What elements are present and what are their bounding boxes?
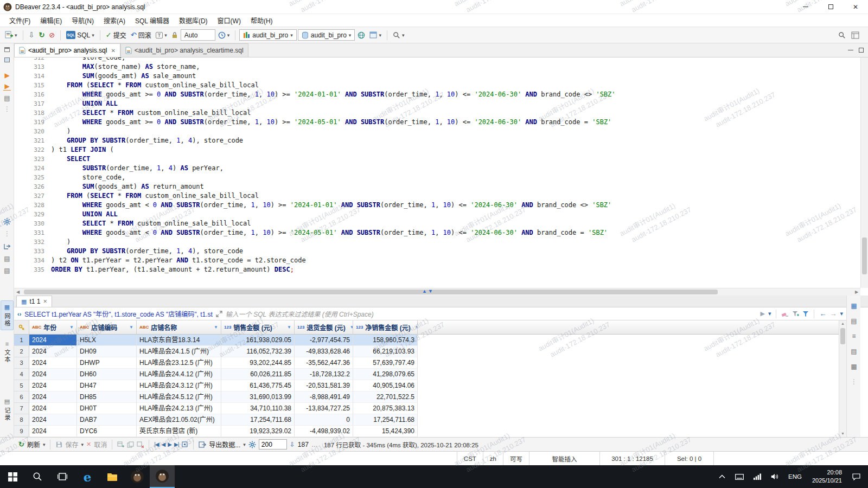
table-cell[interactable]: HLA唯品会24.4.12 (广州): [137, 369, 221, 380]
table-cell[interactable]: 34,710,110.38: [221, 403, 295, 414]
table-cell[interactable]: 31,690,013.99: [221, 391, 295, 403]
language-indicator[interactable]: ENG: [783, 465, 807, 488]
settings-gear-icon[interactable]: [0, 218, 14, 227]
results-view-tab-3[interactable]: ▤记录: [1, 395, 14, 425]
table-row[interactable]: 82024DAB7AEX唯品会21.05.02(广州)17,254,711.68…: [14, 414, 839, 426]
table-cell[interactable]: DH09: [77, 346, 137, 357]
table-cell[interactable]: 93,202,244.85: [221, 357, 295, 369]
table-row[interactable]: 62024DH85HLA唯品会24.5.12 (广州)31,690,013.99…: [14, 391, 839, 403]
row-number[interactable]: 6: [14, 391, 29, 403]
write-mode-indicator[interactable]: 可写: [503, 452, 529, 465]
table-cell[interactable]: 英氏京东自营店 (新): [137, 426, 221, 437]
taskbar-clock[interactable]: 20:08 2025/10/21: [807, 468, 847, 485]
table-cell[interactable]: 2024: [29, 426, 77, 437]
transaction-mode-button[interactable]: T ▾: [154, 31, 169, 40]
column-header-5[interactable]: 123退货金额 (元)▼: [295, 320, 353, 334]
table-cell[interactable]: 19,923,329.02: [221, 426, 295, 437]
table-cell[interactable]: AEX唯品会21.05.02(广州): [137, 414, 221, 426]
table-cell[interactable]: DH85: [77, 391, 137, 403]
forward-button[interactable]: →: [829, 310, 837, 318]
menu-navigate[interactable]: 导航(N): [67, 14, 99, 27]
script-doc2-icon[interactable]: ▤: [0, 267, 14, 274]
insert-mode-indicator[interactable]: 智能插入: [529, 452, 599, 465]
minimize-editor-icon[interactable]: [848, 50, 853, 50]
minimize-button[interactable]: [793, 0, 818, 14]
volume-button[interactable]: [766, 465, 783, 488]
code-line[interactable]: 332 ): [14, 237, 860, 247]
table-cell[interactable]: -35,562,447.36: [295, 357, 353, 369]
column-dropdown-icon[interactable]: ▼: [67, 325, 74, 330]
sql-mode-button[interactable]: SQL SQL ▾: [65, 30, 96, 40]
nav-dropdown[interactable]: ▾: [840, 310, 843, 317]
code-line[interactable]: 323 SELECT: [14, 155, 860, 164]
rollback-button[interactable]: ↶回滚: [129, 29, 153, 41]
execute-script-icon[interactable]: ▶: [3, 82, 11, 91]
refresh-result-icon[interactable]: ↻: [18, 441, 24, 448]
table-cell[interactable]: -49,833,628.46: [295, 346, 353, 357]
export-data-button[interactable]: 导出数据...: [209, 440, 240, 449]
chevron-down-icon[interactable]: ▾: [81, 442, 84, 447]
code-line[interactable]: 335ORDER BY t1.perYear, (t1.sale_amount …: [14, 265, 860, 274]
table-cell[interactable]: 40,905,194.06: [353, 380, 418, 391]
code-line[interactable]: 334) t2 ON t1.perYear = t2.perYear AND t…: [14, 256, 860, 265]
column-dropdown-icon[interactable]: ▼: [127, 325, 133, 330]
start-button[interactable]: [0, 465, 25, 488]
script-doc-icon[interactable]: ▤: [0, 255, 14, 262]
menu-edit[interactable]: 编辑(E): [35, 14, 67, 27]
layout-button[interactable]: ▾: [368, 30, 383, 40]
table-cell[interactable]: 57,639,797.49: [353, 357, 418, 369]
table-cell[interactable]: 20,875,383.13: [353, 403, 418, 414]
filter-placeholder[interactable]: 输入一个 SQL 表达式来过滤结果 (使用 Ctrl+Space): [226, 309, 374, 318]
table-cell[interactable]: HLA唯品会24.5.12 (广州): [137, 391, 221, 403]
row-number[interactable]: 8: [14, 414, 29, 426]
table-cell[interactable]: 2024: [29, 357, 77, 369]
column-header-3[interactable]: ABC店铺名称▼: [137, 320, 221, 334]
edge-browser-button[interactable]: e: [75, 465, 100, 488]
delete-row-icon[interactable]: [137, 441, 144, 448]
table-cell[interactable]: HLA唯品会23.12.5 (广州): [137, 357, 221, 369]
maximize-button[interactable]: [818, 0, 843, 14]
cancel-button[interactable]: 取消: [94, 440, 107, 449]
task-view-button[interactable]: [50, 465, 75, 488]
grid-corner[interactable]: [14, 320, 29, 334]
editor-tab-1[interactable]: <audit_bi_pro> analysis.sql✕: [14, 43, 120, 57]
menu-window[interactable]: 窗口(W): [213, 14, 246, 27]
record-panel-icon[interactable]: ▤: [847, 317, 861, 325]
code-line[interactable]: 327 FROM (SELECT * FROM custom_online_sa…: [14, 191, 860, 201]
table-cell[interactable]: -20,531,581.39: [295, 380, 353, 391]
tray-expand-button[interactable]: [714, 465, 730, 488]
table-cell[interactable]: DH47: [77, 380, 137, 391]
code-line[interactable]: 331 WHERE goods_amt < 0 AND SUBSTR(order…: [14, 228, 860, 237]
menu-help[interactable]: 帮助(H): [246, 14, 278, 27]
code-line[interactable]: 314 SUM(goods_amt) AS sale_amount: [14, 72, 860, 81]
last-row-button[interactable]: ▶|: [174, 441, 178, 447]
table-cell[interactable]: 61,436,775.45: [221, 380, 295, 391]
code-line[interactable]: 321 GROUP BY SUBSTR(order_time, 1, 4), s…: [14, 136, 860, 145]
table-cell[interactable]: 41,298,079.65: [353, 369, 418, 380]
results-view-tab-1[interactable]: ▦网格: [1, 300, 14, 330]
table-cell[interactable]: 116,052,732.39: [221, 346, 295, 357]
code-line[interactable]: 328 WHERE goods_amt < 0 AND SUBSTR(order…: [14, 201, 860, 210]
connection-combobox[interactable]: audit_bi_pro ▾: [239, 29, 297, 41]
caret-position[interactable]: 301 : 1 : 12185: [599, 452, 665, 465]
file-explorer-button[interactable]: [100, 465, 125, 488]
sash-down-icon[interactable]: ▼: [428, 288, 433, 294]
table-cell[interactable]: 2024: [29, 380, 77, 391]
code-line[interactable]: 312 store_code,: [14, 57, 860, 62]
scroll-left-icon[interactable]: ◀: [14, 290, 22, 294]
menu-database[interactable]: 数据库(D): [174, 14, 213, 27]
table-cell[interactable]: 17,254,711.68: [221, 414, 295, 426]
row-number[interactable]: 9: [14, 426, 29, 437]
column-header-1[interactable]: ABC年份▼: [29, 320, 77, 334]
table-cell[interactable]: H5LX: [77, 335, 137, 346]
table-cell[interactable]: DYC6: [77, 426, 137, 437]
menu-file[interactable]: 文件(F): [4, 14, 35, 27]
duplicate-row-icon[interactable]: [127, 441, 134, 448]
save-button[interactable]: 保存: [65, 440, 78, 449]
taskbar-search-button[interactable]: [25, 465, 50, 488]
column-dropdown-icon[interactable]: ▼: [285, 325, 291, 330]
table-cell[interactable]: 66,219,103.93: [353, 346, 418, 357]
row-number[interactable]: 7: [14, 403, 29, 414]
custom-filter-icon[interactable]: [792, 311, 799, 317]
code-line[interactable]: 329 UNION ALL: [14, 210, 860, 219]
